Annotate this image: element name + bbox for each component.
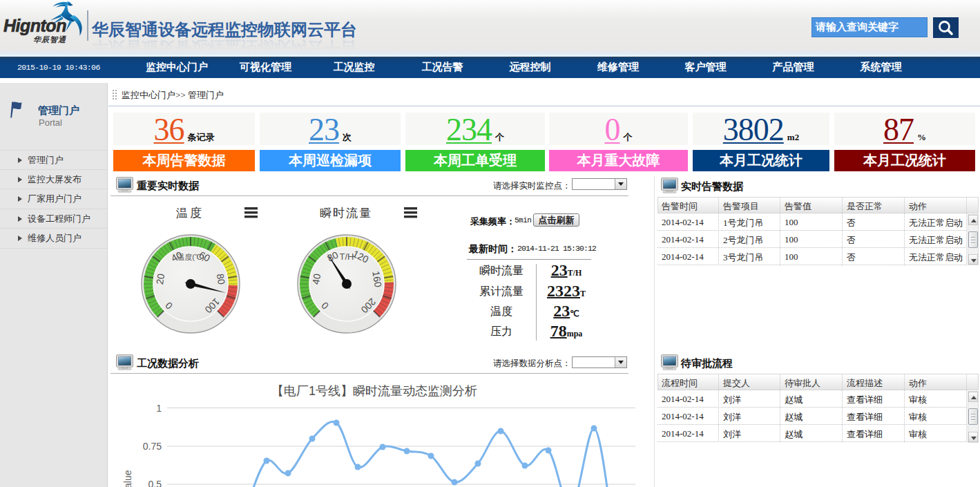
- svg-text:0.5: 0.5: [148, 479, 162, 487]
- svg-text:40: 40: [310, 273, 323, 285]
- svg-text:0.75: 0.75: [143, 441, 162, 452]
- svg-text:20: 20: [154, 273, 166, 285]
- svg-text:80: 80: [215, 273, 227, 285]
- svg-text:温度(℃): 温度(℃): [177, 253, 204, 261]
- svg-text:1: 1: [156, 403, 162, 414]
- svg-text:T/H: T/H: [340, 251, 354, 262]
- svg-text:value: value: [122, 470, 133, 487]
